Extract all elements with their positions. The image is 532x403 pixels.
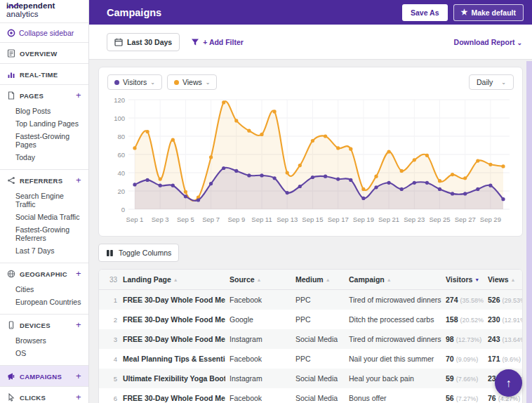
download-report-button[interactable]: Download Report ⌄ (454, 38, 522, 46)
cell-landing-page[interactable]: Ultimate Flexibility Yoga Bootcamp (119, 369, 225, 388)
cell-visitors: 158(20.52%) (441, 310, 484, 329)
cell-visitors: 59(7.66%) (441, 369, 484, 388)
sidebar-section-overview: OVERVIEW (0, 42, 88, 63)
chart-svg: 020406080100120Sep 1Sep 3Sep 5Sep 7Sep 9… (107, 94, 515, 232)
sidebar-subitem[interactable]: OS (7, 347, 83, 359)
visitors-metric-label: Visitors (123, 78, 147, 86)
views-metric-label: Views (182, 78, 202, 86)
cell-visitors: 56(7.27%) (441, 388, 484, 403)
cell-source: Google (225, 310, 291, 329)
svg-text:Sep 7: Sep 7 (202, 216, 220, 223)
sidebar-item-geographic[interactable]: GEOGRAPHIC+ (7, 268, 83, 279)
sidebar-subitem[interactable]: Cities (7, 283, 83, 296)
sidebar-item-clicks[interactable]: CLICKS+ (7, 392, 83, 403)
sidebar-section-devices: DEVICES+BrowsersOS (0, 314, 88, 365)
cell-campaign: Nail your diet this summer (345, 349, 441, 369)
cell-landing-page[interactable]: FREE 30-Day Whole Food Meal Plan (119, 388, 225, 403)
content: Visitors ⌄ Views ⌄ Daily ⌄ 0204060801001… (89, 60, 532, 403)
table-row[interactable]: 5Ultimate Flexibility Yoga BootcampInsta… (99, 369, 523, 388)
column-header-campaign[interactable]: Campaign▲ (345, 270, 441, 290)
table-row[interactable]: 1FREE 30-Day Whole Food Meal PlanFaceboo… (99, 290, 523, 310)
chart-card: Visitors ⌄ Views ⌄ Daily ⌄ 0204060801001… (98, 67, 523, 237)
star-icon: ★ (461, 8, 468, 16)
brand-logo[interactable]: independent analytics (0, 0, 88, 23)
cell-medium: Social Media (291, 369, 345, 388)
sidebar-subitem[interactable]: Fastest-Growing Referrers (7, 223, 83, 244)
sidebar-item-devices[interactable]: DEVICES+ (7, 319, 83, 331)
sidebar-subitem[interactable]: Social Media Traffic (7, 211, 83, 223)
section-label: GEOGRAPHIC (20, 270, 67, 278)
campaigns-table: 33Landing Page▲Source▲Medium▲Campaign▲Vi… (99, 270, 523, 403)
add-filter-button[interactable]: + Add Filter (191, 38, 244, 46)
page-title: Campaigns (107, 7, 402, 18)
referrers-icon (7, 176, 15, 185)
column-header-source[interactable]: Source▲ (225, 270, 291, 290)
table-row[interactable]: 6FREE 30-Day Whole Food Meal PlanFaceboo… (99, 388, 523, 403)
sidebar-section-pages: PAGES+Blog PostsTop Landing PagesFastest… (0, 84, 88, 169)
interval-select[interactable]: Daily ⌄ (469, 74, 514, 90)
plus-icon[interactable]: + (76, 268, 81, 279)
calendar-icon (114, 38, 123, 46)
section-label: CAMPAIGNS (20, 373, 62, 381)
make-default-button[interactable]: ★ Make default (453, 4, 524, 21)
svg-text:Sep 11: Sep 11 (251, 216, 272, 223)
table-row[interactable]: 2FREE 30-Day Whole Food Meal PlanGoogleP… (99, 310, 523, 329)
plus-icon[interactable]: + (76, 371, 81, 381)
toggle-columns-label: Toggle Columns (119, 249, 171, 257)
cell-medium: PPC (291, 310, 345, 329)
plus-icon[interactable]: + (76, 90, 81, 100)
column-header-medium[interactable]: Medium▲ (291, 270, 345, 290)
section-label: CLICKS (20, 394, 46, 402)
cell-landing-page[interactable]: Meal Planning Tips & Essentials (119, 349, 225, 369)
sidebar-subitem[interactable]: Today (7, 151, 83, 164)
cell-landing-page[interactable]: FREE 30-Day Whole Food Meal Plan (119, 310, 225, 329)
collapse-icon (7, 29, 15, 37)
svg-text:20: 20 (117, 187, 125, 195)
sidebar-item-campaigns[interactable]: CAMPAIGNS+ (7, 371, 83, 382)
sidebar-subitem[interactable]: Top Landing Pages (7, 117, 83, 130)
column-header-views[interactable]: Views▲ (484, 270, 523, 290)
sidebar-subitem[interactable]: Last 7 Days (7, 244, 83, 257)
chevron-down-icon: ⌄ (501, 79, 506, 86)
plus-icon[interactable]: + (76, 392, 81, 402)
views-metric-dropdown[interactable]: Views ⌄ (167, 74, 218, 90)
column-header-landing-page[interactable]: Landing Page▲ (119, 270, 225, 290)
plus-icon[interactable]: + (76, 175, 81, 185)
sidebar-subitem[interactable]: Search Engine Traffic (7, 190, 83, 211)
page-scrollbar[interactable] (526, 61, 532, 403)
visitors-metric-dropdown[interactable]: Visitors ⌄ (107, 74, 162, 90)
sidebar-item-real-time[interactable]: REAL-TIME (7, 69, 83, 80)
plus-icon[interactable]: + (76, 319, 81, 330)
sidebar-subitem[interactable]: European Countries (7, 296, 83, 308)
line-chart[interactable]: 020406080100120Sep 1Sep 3Sep 5Sep 7Sep 9… (107, 94, 514, 232)
table-row[interactable]: 3FREE 30-Day Whole Food Meal PlanInstagr… (99, 329, 523, 349)
save-as-button[interactable]: Save As (402, 4, 447, 21)
section-label: REAL-TIME (20, 71, 58, 79)
collapse-sidebar-button[interactable]: Collapse sidebar (0, 23, 88, 42)
sidebar-subitem[interactable]: Blog Posts (7, 105, 83, 117)
toggle-columns-button[interactable]: Toggle Columns (98, 244, 179, 262)
sort-icon: ▲ (326, 277, 331, 282)
sort-icon: ▲ (173, 277, 178, 282)
chevron-down-icon: ⌄ (150, 79, 155, 86)
scroll-to-top-button[interactable]: ↑ (495, 369, 522, 397)
row-count: 33 (99, 270, 119, 290)
visitors-dot-icon (114, 80, 119, 85)
cell-landing-page[interactable]: FREE 30-Day Whole Food Meal Plan (119, 329, 225, 349)
sidebar-subitem[interactable]: Browsers (7, 334, 83, 347)
cell-landing-page[interactable]: FREE 30-Day Whole Food Meal Plan (119, 290, 225, 310)
table-row[interactable]: 4Meal Planning Tips & EssentialsFacebook… (99, 349, 523, 369)
sidebar-item-referrers[interactable]: REFERRERS+ (7, 175, 83, 186)
devices-icon (7, 321, 15, 329)
section-items: Search Engine TrafficSocial Media Traffi… (7, 190, 83, 257)
arrow-up-icon: ↑ (506, 377, 512, 390)
date-range-button[interactable]: Last 30 Days (107, 33, 180, 51)
row-number: 5 (99, 369, 119, 388)
sidebar-subitem[interactable]: Fastest-Growing Pages (7, 130, 83, 151)
column-header-visitors[interactable]: Visitors▼ (441, 270, 484, 290)
make-default-label: Make default (471, 8, 516, 17)
sidebar-item-pages[interactable]: PAGES+ (7, 90, 83, 101)
sidebar-item-overview[interactable]: OVERVIEW (7, 48, 83, 59)
svg-text:80: 80 (117, 133, 125, 140)
download-report-label: Download Report (454, 38, 515, 46)
